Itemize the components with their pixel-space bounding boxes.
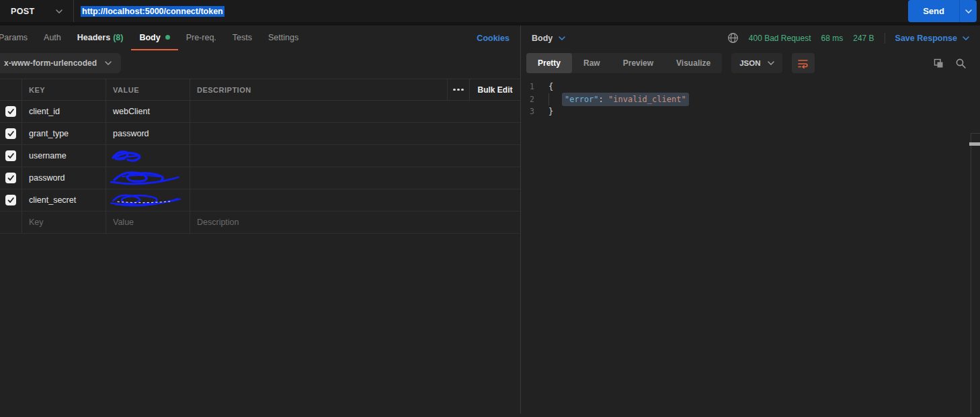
value-cell[interactable]	[106, 189, 190, 211]
description-cell[interactable]	[190, 167, 520, 189]
line-number: 1	[521, 81, 548, 93]
response-view-tabs: Pretty Raw Preview Visualize	[526, 53, 722, 73]
tab-pretty[interactable]: Pretty	[526, 53, 572, 73]
description-cell[interactable]	[190, 145, 520, 167]
tab-headers[interactable]: Headers (8)	[69, 26, 132, 50]
scrollbar-thumb[interactable]	[969, 142, 980, 146]
value-cell[interactable]	[106, 145, 190, 167]
tab-pre-request[interactable]: Pre-req.	[178, 26, 224, 50]
wrap-lines-icon	[797, 58, 809, 68]
value-cell[interactable]: password	[106, 123, 190, 144]
request-tab-bar: Params Auth Headers (8) Body Pre-req. Te…	[0, 26, 520, 50]
body-modified-dot-icon	[165, 35, 170, 40]
line-number: 3	[521, 105, 548, 118]
response-format-selector[interactable]: JSON	[731, 53, 782, 73]
response-tools	[933, 58, 972, 69]
bulk-edit-button[interactable]: Bulk Edit	[470, 79, 520, 100]
response-toolbar: Pretty Raw Preview Visualize JSON	[521, 50, 980, 76]
key-input-placeholder[interactable]: Key	[22, 212, 106, 233]
request-bar: POST http://localhost:5000/connect/token…	[0, 0, 980, 26]
tab-settings[interactable]: Settings	[260, 26, 307, 50]
main-content: Params Auth Headers (8) Body Pre-req. Te…	[0, 26, 980, 414]
postman-window: POST http://localhost:5000/connect/token…	[0, 0, 980, 417]
row-checkbox[interactable]	[0, 189, 22, 211]
value-cell[interactable]	[106, 167, 190, 189]
table-header-row: KEY VALUE DESCRIPTION Bulk Edit	[0, 79, 520, 101]
send-button-group: Send	[908, 0, 980, 22]
redaction-scribble	[109, 148, 148, 163]
table-row: username	[0, 145, 520, 167]
table-row: client_id webClient	[0, 101, 520, 123]
chevron-down-icon	[768, 61, 774, 65]
row-checkbox-empty	[0, 212, 22, 233]
method-selector[interactable]: POST	[0, 0, 74, 22]
select-all-column	[0, 79, 22, 100]
checkbox-checked-icon	[5, 150, 16, 161]
checkbox-checked-icon	[5, 173, 16, 183]
wrap-lines-button[interactable]	[792, 53, 815, 73]
redaction-scribble	[109, 191, 183, 210]
tab-auth[interactable]: Auth	[36, 26, 69, 50]
cookies-link[interactable]: Cookies	[477, 34, 509, 43]
response-pane: Body 400 Bad Request 68 ms 247 B	[521, 26, 980, 414]
checkbox-checked-icon	[5, 128, 16, 139]
tab-raw[interactable]: Raw	[572, 53, 612, 73]
response-size[interactable]: 247 B	[853, 34, 874, 43]
tab-tests[interactable]: Tests	[224, 26, 260, 50]
row-checkbox[interactable]	[0, 123, 22, 144]
key-cell[interactable]: grant_type	[22, 123, 106, 144]
key-cell[interactable]: password	[22, 167, 106, 189]
row-checkbox[interactable]	[0, 167, 22, 189]
vertical-scrollbar[interactable]	[971, 133, 980, 414]
network-globe-icon[interactable]	[727, 32, 739, 44]
chevron-down-icon	[963, 36, 969, 40]
tab-body[interactable]: Body	[131, 26, 177, 50]
divider	[885, 33, 885, 44]
send-options-button[interactable]	[959, 0, 977, 22]
key-cell[interactable]: username	[22, 145, 106, 167]
chevron-down-icon	[965, 9, 972, 13]
code-line: 1 {	[521, 81, 980, 93]
response-header: Body 400 Bad Request 68 ms 247 B	[521, 26, 980, 50]
value-cell[interactable]: webClient	[106, 101, 190, 122]
response-meta: 400 Bad Request 68 ms 247 B Save Respons…	[727, 32, 969, 44]
table-row: client_secret	[0, 189, 520, 212]
tab-visualize[interactable]: Visualize	[665, 53, 722, 73]
response-body-selector[interactable]: Body	[532, 34, 565, 43]
line-number: 2	[521, 93, 548, 106]
body-mode-selector[interactable]: x-www-form-urlencoded	[0, 53, 121, 73]
row-checkbox[interactable]	[0, 145, 22, 167]
description-cell[interactable]	[190, 101, 520, 122]
form-data-table: KEY VALUE DESCRIPTION Bulk Edit cl	[0, 79, 520, 234]
save-response-button[interactable]: Save Response	[895, 34, 969, 43]
key-cell[interactable]: client_id	[22, 101, 106, 122]
table-row: password	[0, 167, 520, 189]
value-input-placeholder[interactable]: Value	[106, 212, 190, 233]
row-checkbox[interactable]	[0, 101, 22, 122]
tab-preview[interactable]: Preview	[612, 53, 665, 73]
table-row: grant_type password	[0, 123, 520, 145]
more-options-icon	[453, 89, 464, 91]
description-input-placeholder[interactable]: Description	[190, 212, 520, 233]
description-cell[interactable]	[190, 189, 520, 211]
search-icon[interactable]	[955, 58, 967, 69]
description-cell[interactable]	[190, 123, 520, 144]
column-header-key: KEY	[22, 79, 106, 100]
body-mode-row: x-www-form-urlencoded	[0, 50, 520, 76]
checkbox-checked-icon	[5, 195, 16, 205]
chevron-down-icon	[559, 36, 565, 40]
response-time[interactable]: 68 ms	[821, 34, 844, 43]
code-line: 2 "error": "invalid_client"	[521, 93, 980, 106]
url-text-selected: http://localhost:5000/connect/token	[81, 6, 224, 17]
status-badge[interactable]: 400 Bad Request	[749, 34, 811, 43]
key-cell[interactable]: client_secret	[22, 189, 106, 211]
send-button[interactable]: Send	[908, 0, 959, 22]
tab-params[interactable]: Params	[0, 26, 36, 50]
table-options-button[interactable]	[448, 79, 470, 100]
code-line: 3 }	[521, 105, 980, 118]
copy-icon[interactable]	[933, 58, 944, 69]
chevron-down-icon	[56, 9, 63, 13]
method-label: POST	[11, 7, 35, 16]
url-input[interactable]: http://localhost:5000/connect/token	[74, 0, 895, 22]
chevron-down-icon	[105, 61, 112, 65]
